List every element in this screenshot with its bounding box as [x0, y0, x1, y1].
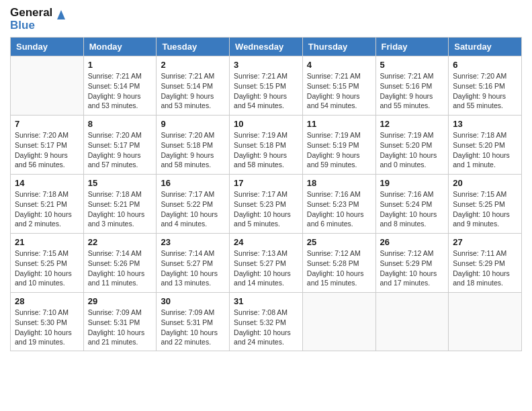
calendar-day-cell: 25Sunrise: 7:12 AMSunset: 5:28 PMDayligh… [302, 234, 375, 293]
day-number: 22 [88, 237, 152, 247]
day-number: 12 [380, 119, 445, 129]
calendar-day-cell [11, 56, 84, 116]
calendar-weekday-header: Friday [375, 38, 449, 56]
calendar-day-cell: 29Sunrise: 7:09 AMSunset: 5:31 PMDayligh… [83, 293, 157, 351]
day-info: Sunrise: 7:09 AMSunset: 5:31 PMDaylight:… [88, 308, 152, 347]
logo: General Blue [10, 7, 69, 32]
day-info: Sunrise: 7:19 AMSunset: 5:19 PMDaylight:… [307, 130, 371, 170]
day-info: Sunrise: 7:15 AMSunset: 5:25 PMDaylight:… [15, 248, 79, 288]
day-number: 6 [453, 60, 517, 70]
calendar-day-cell [375, 293, 449, 351]
day-number: 24 [234, 237, 298, 247]
calendar-day-cell: 18Sunrise: 7:16 AMSunset: 5:23 PMDayligh… [302, 175, 375, 234]
day-number: 16 [161, 178, 225, 188]
day-info: Sunrise: 7:14 AMSunset: 5:27 PMDaylight:… [161, 248, 225, 288]
day-info: Sunrise: 7:16 AMSunset: 5:24 PMDaylight:… [380, 189, 445, 229]
calendar-week-row: 1Sunrise: 7:21 AMSunset: 5:14 PMDaylight… [11, 56, 522, 116]
calendar-day-cell: 22Sunrise: 7:14 AMSunset: 5:26 PMDayligh… [83, 234, 157, 293]
day-number: 3 [234, 60, 298, 70]
day-info: Sunrise: 7:14 AMSunset: 5:26 PMDaylight:… [88, 248, 152, 288]
day-number: 7 [15, 119, 79, 129]
calendar-day-cell: 4Sunrise: 7:21 AMSunset: 5:15 PMDaylight… [302, 56, 375, 116]
calendar-weekday-header: Monday [83, 38, 157, 56]
day-number: 29 [88, 296, 152, 306]
calendar-day-cell: 28Sunrise: 7:10 AMSunset: 5:30 PMDayligh… [11, 293, 84, 351]
calendar-day-cell: 31Sunrise: 7:08 AMSunset: 5:32 PMDayligh… [230, 293, 303, 351]
day-number: 23 [161, 237, 225, 247]
calendar-day-cell: 13Sunrise: 7:18 AMSunset: 5:20 PMDayligh… [449, 116, 522, 175]
day-info: Sunrise: 7:17 AMSunset: 5:22 PMDaylight:… [161, 189, 225, 229]
day-info: Sunrise: 7:21 AMSunset: 5:15 PMDaylight:… [234, 71, 298, 111]
calendar-day-cell: 12Sunrise: 7:19 AMSunset: 5:20 PMDayligh… [375, 116, 449, 175]
calendar-day-cell: 20Sunrise: 7:15 AMSunset: 5:25 PMDayligh… [449, 175, 522, 234]
calendar-day-cell: 27Sunrise: 7:11 AMSunset: 5:29 PMDayligh… [449, 234, 522, 293]
day-number: 5 [380, 60, 445, 70]
calendar-header-row: SundayMondayTuesdayWednesdayThursdayFrid… [11, 38, 522, 56]
calendar-day-cell: 24Sunrise: 7:13 AMSunset: 5:27 PMDayligh… [230, 234, 303, 293]
svg-marker-0 [57, 10, 65, 19]
calendar-day-cell [302, 293, 375, 351]
day-info: Sunrise: 7:18 AMSunset: 5:20 PMDaylight:… [453, 130, 517, 170]
day-number: 18 [307, 178, 371, 188]
day-info: Sunrise: 7:21 AMSunset: 5:14 PMDaylight:… [161, 71, 225, 111]
day-info: Sunrise: 7:20 AMSunset: 5:17 PMDaylight:… [88, 130, 152, 170]
day-number: 1 [88, 60, 152, 70]
calendar-day-cell: 8Sunrise: 7:20 AMSunset: 5:17 PMDaylight… [83, 116, 157, 175]
calendar-day-cell: 3Sunrise: 7:21 AMSunset: 5:15 PMDaylight… [230, 56, 303, 116]
day-info: Sunrise: 7:18 AMSunset: 5:21 PMDaylight:… [88, 189, 152, 229]
day-number: 4 [307, 60, 371, 70]
calendar-day-cell: 16Sunrise: 7:17 AMSunset: 5:22 PMDayligh… [157, 175, 230, 234]
calendar-weekday-header: Saturday [449, 38, 522, 56]
calendar-day-cell: 11Sunrise: 7:19 AMSunset: 5:19 PMDayligh… [302, 116, 375, 175]
day-number: 31 [234, 296, 298, 306]
day-info: Sunrise: 7:20 AMSunset: 5:18 PMDaylight:… [161, 130, 225, 170]
day-number: 27 [453, 237, 517, 247]
day-number: 19 [380, 178, 445, 188]
day-info: Sunrise: 7:16 AMSunset: 5:23 PMDaylight:… [307, 189, 371, 229]
calendar-weekday-header: Sunday [11, 38, 84, 56]
day-number: 17 [234, 178, 298, 188]
calendar-day-cell: 23Sunrise: 7:14 AMSunset: 5:27 PMDayligh… [157, 234, 230, 293]
calendar-day-cell: 21Sunrise: 7:15 AMSunset: 5:25 PMDayligh… [11, 234, 84, 293]
calendar-day-cell: 2Sunrise: 7:21 AMSunset: 5:14 PMDaylight… [157, 56, 230, 116]
day-info: Sunrise: 7:18 AMSunset: 5:21 PMDaylight:… [15, 189, 79, 229]
day-number: 14 [15, 178, 79, 188]
calendar-day-cell: 1Sunrise: 7:21 AMSunset: 5:14 PMDaylight… [83, 56, 157, 116]
calendar-day-cell: 9Sunrise: 7:20 AMSunset: 5:18 PMDaylight… [157, 116, 230, 175]
calendar-week-row: 7Sunrise: 7:20 AMSunset: 5:17 PMDaylight… [11, 116, 522, 175]
calendar-day-cell: 17Sunrise: 7:17 AMSunset: 5:23 PMDayligh… [230, 175, 303, 234]
day-info: Sunrise: 7:21 AMSunset: 5:15 PMDaylight:… [307, 71, 371, 111]
logo-triangle-icon [54, 7, 69, 22]
header: General Blue [10, 7, 522, 32]
calendar-weekday-header: Wednesday [230, 38, 303, 56]
calendar-day-cell: 30Sunrise: 7:09 AMSunset: 5:31 PMDayligh… [157, 293, 230, 351]
day-info: Sunrise: 7:12 AMSunset: 5:28 PMDaylight:… [307, 248, 371, 288]
calendar-day-cell: 26Sunrise: 7:12 AMSunset: 5:29 PMDayligh… [375, 234, 449, 293]
day-info: Sunrise: 7:21 AMSunset: 5:16 PMDaylight:… [380, 71, 445, 111]
calendar: SundayMondayTuesdayWednesdayThursdayFrid… [10, 37, 522, 351]
day-number: 20 [453, 178, 517, 188]
day-number: 10 [234, 119, 298, 129]
calendar-week-row: 28Sunrise: 7:10 AMSunset: 5:30 PMDayligh… [11, 293, 522, 351]
calendar-day-cell: 15Sunrise: 7:18 AMSunset: 5:21 PMDayligh… [83, 175, 157, 234]
day-number: 13 [453, 119, 517, 129]
day-info: Sunrise: 7:20 AMSunset: 5:16 PMDaylight:… [453, 71, 517, 111]
calendar-week-row: 14Sunrise: 7:18 AMSunset: 5:21 PMDayligh… [11, 175, 522, 234]
calendar-weekday-header: Thursday [302, 38, 375, 56]
calendar-day-cell: 14Sunrise: 7:18 AMSunset: 5:21 PMDayligh… [11, 175, 84, 234]
day-info: Sunrise: 7:12 AMSunset: 5:29 PMDaylight:… [380, 248, 445, 288]
day-number: 11 [307, 119, 371, 129]
day-number: 26 [380, 237, 445, 247]
day-info: Sunrise: 7:19 AMSunset: 5:18 PMDaylight:… [234, 130, 298, 170]
day-info: Sunrise: 7:08 AMSunset: 5:32 PMDaylight:… [234, 308, 298, 347]
day-number: 30 [161, 296, 225, 306]
calendar-weekday-header: Tuesday [157, 38, 230, 56]
day-info: Sunrise: 7:11 AMSunset: 5:29 PMDaylight:… [453, 248, 517, 288]
day-number: 2 [161, 60, 225, 70]
day-number: 8 [88, 119, 152, 129]
day-number: 15 [88, 178, 152, 188]
day-info: Sunrise: 7:09 AMSunset: 5:31 PMDaylight:… [161, 308, 225, 347]
day-info: Sunrise: 7:21 AMSunset: 5:14 PMDaylight:… [88, 71, 152, 111]
calendar-day-cell: 6Sunrise: 7:20 AMSunset: 5:16 PMDaylight… [449, 56, 522, 116]
calendar-day-cell: 5Sunrise: 7:21 AMSunset: 5:16 PMDaylight… [375, 56, 449, 116]
